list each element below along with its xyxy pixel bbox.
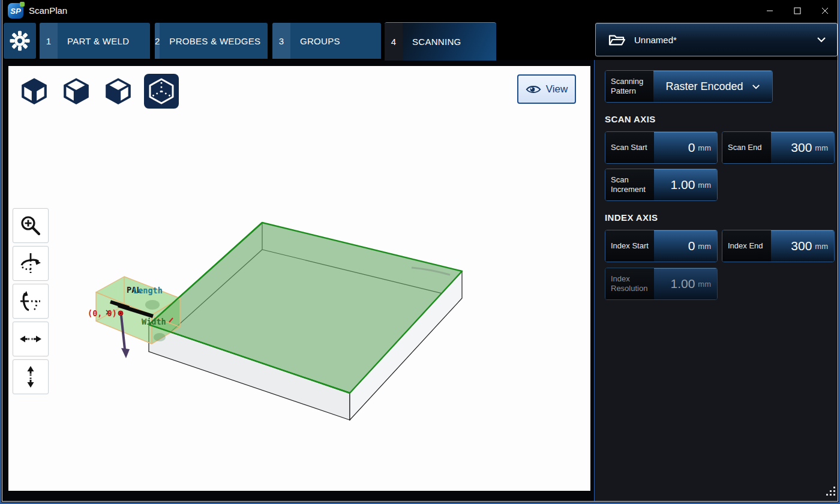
scanning-pattern-label: Scanning Pattern — [611, 77, 650, 97]
pan-horizontal-tool-button[interactable] — [13, 322, 49, 356]
view-cube-iso-button[interactable] — [144, 74, 179, 109]
scanning-pattern-value: Raster Encoded — [665, 80, 743, 93]
field-scan-start[interactable]: Scan Start 0mm — [605, 131, 718, 164]
tab-bar: 1 PART & WELD 2 PROBES & WEDGES 3 GROUPS… — [0, 22, 840, 60]
field-value: 0 — [688, 140, 695, 155]
camera-toolbar — [13, 208, 49, 394]
view-button-label: View — [546, 83, 568, 95]
tab-number: 1 — [40, 23, 58, 59]
viewport-3d[interactable]: (0, 0) PAL Length Width — [8, 66, 590, 491]
field-index-resolution: Index Resolution 1.00mm — [605, 268, 718, 300]
eye-icon — [526, 84, 541, 95]
orbit-horizontal-icon — [19, 251, 43, 275]
width-label: Width — [142, 317, 166, 326]
scanning-settings-panel: Scanning Pattern Raster Encoded SCAN AXI… — [594, 60, 838, 502]
tab-scanning[interactable]: 4 SCANNING — [385, 22, 496, 61]
field-unit: mm — [815, 143, 828, 152]
orbit-vertical-icon — [19, 289, 43, 313]
cube-top-icon — [61, 76, 91, 106]
field-label: Index Start — [611, 241, 649, 251]
length-label: Length — [133, 286, 163, 295]
chevron-down-icon — [752, 84, 760, 89]
tab-label: PROBES & WEDGES — [160, 23, 268, 59]
window-title: ScanPlan — [29, 0, 67, 22]
probe-shadow — [154, 333, 166, 341]
app-window: SP ScanPlan — [0, 0, 840, 504]
field-unit: mm — [815, 242, 828, 251]
tab-number: 2 — [155, 23, 160, 59]
resize-grip-icon — [826, 487, 837, 497]
scanning-pattern-field[interactable]: Scanning Pattern Raster Encoded — [605, 70, 773, 103]
field-unit: mm — [698, 242, 711, 251]
field-unit: mm — [698, 181, 711, 190]
view-button[interactable]: View — [517, 74, 576, 104]
field-index-start[interactable]: Index Start 0mm — [605, 230, 718, 262]
field-value: 0 — [688, 239, 695, 253]
cube-iso-icon — [147, 77, 176, 106]
field-value: 300 — [791, 239, 812, 253]
app-logo-text: SP — [10, 7, 20, 16]
rotate-horizontal-tool-button[interactable] — [13, 246, 49, 281]
project-selector[interactable]: Unnamed* — [595, 23, 838, 56]
tab-label: SCANNING — [403, 23, 471, 61]
maximize-button[interactable] — [784, 0, 811, 22]
index-axis-header: INDEX AXIS — [605, 212, 658, 223]
field-value: 1.00 — [670, 178, 695, 192]
minimize-button[interactable] — [756, 0, 784, 22]
field-value: 1.00 — [670, 277, 695, 291]
project-name: Unnamed* — [634, 35, 677, 45]
field-label: Index Resolution — [611, 274, 650, 294]
zoom-in-icon — [19, 214, 43, 238]
pan-vertical-icon — [19, 365, 43, 389]
probe-shadow — [145, 300, 160, 310]
cube-side-icon — [103, 76, 133, 106]
field-label: Index End — [728, 241, 763, 251]
app-logo-icon: SP — [8, 3, 23, 19]
gear-icon — [9, 30, 31, 52]
origin-label: (0, 0) — [88, 308, 117, 318]
chevron-down-icon — [817, 37, 826, 43]
cube-front-icon — [19, 76, 49, 106]
tab-number: 3 — [272, 23, 290, 59]
close-button[interactable] — [811, 0, 839, 22]
tab-number: 4 — [385, 23, 403, 61]
title-bar: SP ScanPlan — [0, 0, 840, 22]
pan-horizontal-icon — [19, 327, 43, 351]
maximize-icon — [794, 7, 801, 14]
tab-groups[interactable]: 3 GROUPS — [272, 23, 381, 59]
field-label: Scan Increment — [611, 175, 650, 195]
view-orientation-toolbar — [18, 73, 179, 109]
settings-button[interactable] — [4, 23, 36, 59]
field-label: Scan End — [728, 143, 761, 152]
origin-marker-center — [120, 313, 122, 314]
view-cube-top-button[interactable] — [60, 75, 92, 107]
field-label: Scan Start — [611, 143, 647, 152]
tab-probes-wedges[interactable]: 2 PROBES & WEDGES — [155, 23, 268, 59]
scan-axis-header: SCAN AXIS — [605, 114, 656, 124]
field-unit: mm — [698, 143, 711, 152]
close-icon — [821, 7, 829, 14]
field-value: 300 — [791, 140, 812, 155]
resize-grip[interactable] — [826, 487, 837, 500]
zoom-tool-button[interactable] — [13, 208, 49, 243]
rotate-vertical-tool-button[interactable] — [13, 284, 49, 319]
minimize-icon — [766, 7, 773, 14]
field-scan-increment[interactable]: Scan Increment 1.00mm — [605, 169, 718, 201]
tab-part-weld[interactable]: 1 PART & WELD — [40, 23, 150, 59]
field-unit: mm — [698, 280, 711, 289]
pan-vertical-tool-button[interactable] — [13, 359, 49, 394]
view-cube-front-button[interactable] — [18, 75, 50, 107]
scene-3d[interactable]: (0, 0) PAL Length Width — [8, 66, 590, 491]
field-index-end[interactable]: Index End 300mm — [722, 230, 835, 262]
field-scan-end[interactable]: Scan End 300mm — [722, 131, 835, 164]
tab-label: GROUPS — [290, 23, 350, 59]
tab-label: PART & WELD — [58, 23, 139, 59]
view-cube-side-button[interactable] — [102, 75, 134, 107]
folder-open-icon — [608, 32, 626, 47]
